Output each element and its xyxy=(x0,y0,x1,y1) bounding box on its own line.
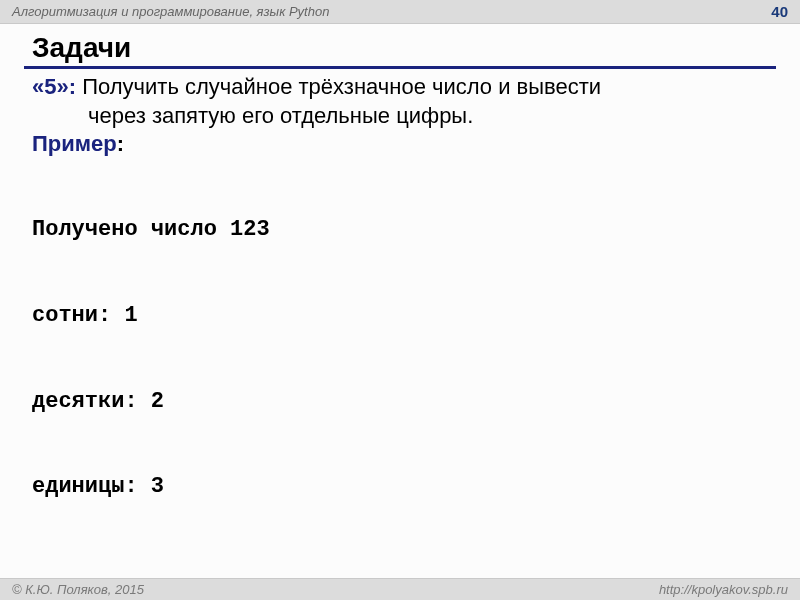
task-text-1: Получить случайное трёхзначное число и в… xyxy=(76,74,601,99)
page-number: 40 xyxy=(771,3,788,20)
footer-url: http://kpolyakov.spb.ru xyxy=(659,582,788,597)
example-label: Пример xyxy=(32,131,117,156)
example-output: Получено число 123 сотни: 1 десятки: 2 е… xyxy=(32,159,776,559)
header-bar: Алгоритмизация и программирование, язык … xyxy=(0,0,800,24)
task-text-2: через запятую его отдельные цифры. xyxy=(32,102,776,131)
example-heading: Пример: xyxy=(32,130,776,159)
slide-body: «5»: Получить случайное трёхзначное числ… xyxy=(24,73,776,559)
output-line-1: Получено число 123 xyxy=(32,216,776,245)
task-line: «5»: Получить случайное трёхзначное числ… xyxy=(32,73,776,102)
footer-copyright: © К.Ю. Поляков, 2015 xyxy=(12,582,144,597)
slide-title: Задачи xyxy=(24,32,776,69)
header-subject: Алгоритмизация и программирование, язык … xyxy=(12,4,329,19)
output-line-3: десятки: 2 xyxy=(32,388,776,417)
grade-label: «5»: xyxy=(32,74,76,99)
output-line-2: сотни: 1 xyxy=(32,302,776,331)
example-colon: : xyxy=(117,131,124,156)
output-line-4: единицы: 3 xyxy=(32,473,776,502)
footer-bar: © К.Ю. Поляков, 2015 http://kpolyakov.sp… xyxy=(0,578,800,600)
slide-content: Задачи «5»: Получить случайное трёхзначн… xyxy=(0,24,800,559)
